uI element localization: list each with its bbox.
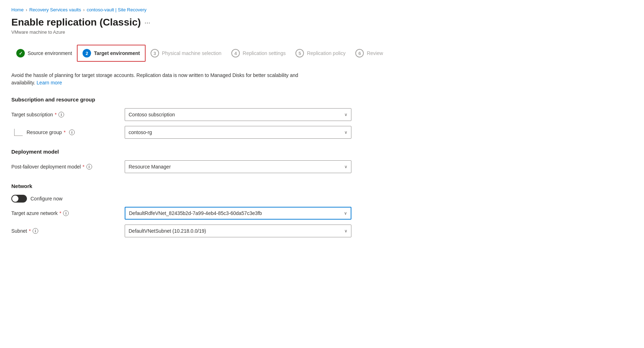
post-failover-info-icon[interactable]: i <box>86 164 92 170</box>
configure-now-row: Configure now <box>11 195 633 203</box>
breadcrumb: Home › Recovery Services vaults › contos… <box>11 7 633 12</box>
target-azure-network-row: Target azure network * i DefaultRdfeVNet… <box>11 207 633 220</box>
page-subtitle: VMware machine to Azure <box>11 29 633 35</box>
resource-group-dropdown[interactable]: contoso-rg ∨ <box>125 126 351 139</box>
deployment-model-section: Deployment model Post-failover deploymen… <box>11 149 633 173</box>
step-6-circle: 6 <box>355 49 364 57</box>
target-azure-network-dropdown[interactable]: DefaultRdfeVNet_82435b2d-7a99-4eb4-85c3-… <box>125 207 351 220</box>
network-section: Network Configure now Target azure netwo… <box>11 183 633 237</box>
target-subscription-required: * <box>55 112 57 117</box>
resource-group-required: * <box>64 129 66 135</box>
step-5-label: Replication policy <box>307 50 345 56</box>
breadcrumb-sep-1: › <box>26 7 27 12</box>
step-replication-settings[interactable]: 4 Replication settings <box>226 45 290 61</box>
post-failover-row: Post-failover deployment model * i Resou… <box>11 160 633 173</box>
subnet-dropdown[interactable]: DefaultVNetSubnet (10.218.0.0/19) ∨ <box>125 225 351 237</box>
step-3-label: Physical machine selection <box>162 50 221 56</box>
target-azure-network-info-icon[interactable]: i <box>63 210 69 216</box>
step-2-circle: 2 <box>83 49 91 57</box>
step-4-label: Replication settings <box>243 50 286 56</box>
step-2-label: Target environment <box>94 50 140 56</box>
target-subscription-info-icon[interactable]: i <box>58 112 64 117</box>
page-title-row: Enable replication (Classic) ··· <box>11 17 633 28</box>
target-azure-network-chevron: ∨ <box>344 211 347 216</box>
target-azure-network-label: Target azure network * i <box>11 210 125 216</box>
page-title: Enable replication (Classic) <box>11 17 141 28</box>
resource-group-chevron: ∨ <box>344 130 348 135</box>
post-failover-required: * <box>83 164 84 170</box>
toggle-track <box>11 195 27 203</box>
network-section-title: Network <box>11 183 633 189</box>
step-1-circle: ✓ <box>16 49 25 57</box>
post-failover-chevron: ∨ <box>344 164 348 169</box>
step-3-circle: 3 <box>151 49 159 57</box>
subscription-section: Subscription and resource group Target s… <box>11 96 633 139</box>
toggle-thumb <box>12 195 18 202</box>
subnet-info-icon[interactable]: i <box>33 228 38 234</box>
resource-group-label: Resource group * i <box>11 129 125 136</box>
steps-nav: ✓ Source environment 2 Target environmen… <box>11 45 633 62</box>
step-4-circle: 4 <box>231 49 240 57</box>
target-subscription-row: Target subscription * i Contoso subscrip… <box>11 108 633 121</box>
breadcrumb-contoso-vault[interactable]: contoso-vault | Site Recovery <box>87 7 147 12</box>
target-subscription-chevron: ∨ <box>344 112 348 117</box>
post-failover-label: Post-failover deployment model * i <box>11 164 125 170</box>
deployment-model-title: Deployment model <box>11 149 633 155</box>
step-review[interactable]: 6 Review <box>350 45 388 61</box>
resource-group-row: Resource group * i contoso-rg ∨ <box>11 126 633 139</box>
step-5-circle: 5 <box>295 49 304 57</box>
step-1-label: Source environment <box>28 50 72 56</box>
breadcrumb-home[interactable]: Home <box>11 7 24 12</box>
target-azure-network-required: * <box>60 210 61 216</box>
post-failover-dropdown[interactable]: Resource Manager ∨ <box>125 160 351 173</box>
subnet-row: Subnet * i DefaultVNetSubnet (10.218.0.0… <box>11 225 633 237</box>
learn-more-link[interactable]: Learn more <box>36 80 62 85</box>
breadcrumb-recovery-vaults[interactable]: Recovery Services vaults <box>29 7 81 12</box>
step-target-environment[interactable]: 2 Target environment <box>77 45 146 62</box>
step-6-label: Review <box>367 50 383 56</box>
step-source-environment[interactable]: ✓ Source environment <box>11 45 77 61</box>
more-options-button[interactable]: ··· <box>145 18 151 27</box>
step-physical-machine[interactable]: 3 Physical machine selection <box>146 45 226 61</box>
subnet-label: Subnet * i <box>11 228 125 234</box>
target-subscription-label: Target subscription * i <box>11 112 125 117</box>
subnet-chevron: ∨ <box>344 228 348 233</box>
breadcrumb-sep-2: › <box>83 7 85 12</box>
resource-group-info-icon[interactable]: i <box>69 129 75 135</box>
subnet-required: * <box>29 228 30 234</box>
configure-now-label: Configure now <box>30 196 62 201</box>
target-subscription-dropdown[interactable]: Contoso subscription ∨ <box>125 108 351 121</box>
info-text: Avoid the hassle of planning for target … <box>11 72 302 87</box>
configure-now-toggle[interactable] <box>11 195 27 203</box>
subscription-section-title: Subscription and resource group <box>11 96 633 103</box>
step-replication-policy[interactable]: 5 Replication policy <box>290 45 350 61</box>
